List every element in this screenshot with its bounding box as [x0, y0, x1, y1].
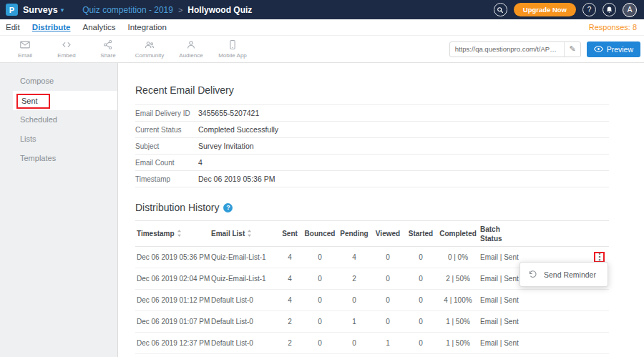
sidebar-item-templates[interactable]: Templates — [13, 149, 117, 168]
toolbar-item-embed[interactable]: Embed — [46, 39, 87, 59]
recent-email-delivery-details: Email Delivery ID 3455655-5207421 Curren… — [135, 104, 609, 187]
cell-timestamp: Dec 06 2019 01:12 PM — [135, 290, 210, 311]
cell-pending: 0 — [337, 333, 371, 354]
toolbar-item-label: Mobile App — [218, 52, 247, 59]
column-header-timestamp[interactable]: Timestamp — [135, 221, 210, 247]
cell-batch-status: Email | Sent — [479, 290, 536, 311]
email-icon — [19, 39, 31, 50]
table-row[interactable]: Dec 06 2019 01:12 PM Default List-0 4 0 … — [135, 290, 609, 311]
chevron-down-icon[interactable]: ▾ — [61, 6, 64, 14]
community-icon — [144, 39, 155, 50]
cell-pending: 1 — [337, 311, 371, 333]
embed-code-icon — [61, 39, 72, 50]
tab-integration[interactable]: Integration — [128, 23, 167, 31]
audience-icon — [185, 39, 197, 50]
tab-analytics[interactable]: Analytics — [83, 23, 116, 31]
topbar: P Surveys ▾ Quiz competition - 2019 > Ho… — [0, 0, 644, 19]
annotation-red-box: Sent — [16, 94, 50, 109]
table-header-row: Timestamp Email List Sent Bounced Pendin… — [135, 221, 609, 247]
toolbar-item-share[interactable]: Share — [87, 39, 129, 59]
tab-edit[interactable]: Edit — [6, 23, 20, 31]
sidebar-item-label: Lists — [20, 135, 36, 143]
sidebar-item-label: Compose — [20, 77, 54, 85]
cell-timestamp: Dec 06 2019 05:36 PM — [135, 247, 210, 268]
cell-bounced: 0 — [303, 268, 337, 290]
responses-count[interactable]: Responses: 8 — [589, 23, 637, 31]
sort-icon — [177, 230, 182, 237]
cell-bounced: 0 — [303, 333, 337, 354]
detail-value: Completed Successfully — [198, 125, 278, 134]
cell-started: 0 — [404, 333, 437, 354]
cell-actions — [536, 290, 609, 311]
row-context-menu[interactable]: Send Reminder — [519, 262, 608, 287]
cell-bounced: 0 — [303, 290, 337, 311]
toolbar-item-label: Audience — [179, 52, 203, 59]
toolbar-item-audience[interactable]: Audience — [170, 39, 212, 59]
cell-sent: 4 — [277, 247, 303, 268]
toolbar-item-mobile-app[interactable]: Mobile App — [212, 39, 253, 59]
cell-batch-status: Email | Sent — [479, 311, 536, 333]
detail-row: Email Count 4 — [135, 155, 609, 171]
cell-started: 0 — [404, 247, 437, 268]
column-header-email-list[interactable]: Email List — [210, 221, 277, 247]
detail-row: Current Status Completed Successfully — [135, 122, 609, 138]
surveys-menu[interactable]: Surveys — [23, 5, 58, 15]
cell-viewed: 0 — [371, 268, 404, 290]
eye-icon — [594, 45, 603, 53]
detail-value: Dec 06 2019 05:36 PM — [198, 175, 275, 183]
main-panel: Recent Email Delivery Email Delivery ID … — [117, 63, 644, 357]
cell-email-list: Default List-0 — [210, 333, 277, 354]
column-header-completed: Completed — [437, 221, 479, 247]
breadcrumb-parent[interactable]: Quiz competition - 2019 — [82, 5, 173, 15]
detail-value: 4 — [198, 158, 203, 167]
avatar[interactable]: A — [623, 3, 637, 17]
cell-actions — [536, 311, 609, 333]
detail-label: Subject — [135, 142, 198, 150]
sidebar-item-label: Templates — [20, 154, 56, 162]
distribution-history-table: Timestamp Email List Sent Bounced Pendin… — [135, 220, 609, 354]
preview-button[interactable]: Preview — [587, 41, 640, 57]
table-row[interactable]: Dec 06 2019 12:37 PM Default List-0 2 0 … — [135, 333, 609, 354]
distribution-history-header: Distribution History ? — [135, 202, 644, 213]
share-icon — [102, 39, 114, 50]
cell-sent: 4 — [277, 290, 303, 311]
send-reminder-menu-item[interactable]: Send Reminder — [544, 270, 596, 279]
column-header-batch-status: Batch Status — [479, 221, 536, 247]
column-header-pending: Pending — [337, 221, 371, 247]
sidebar-item-scheduled[interactable]: Scheduled — [13, 110, 117, 129]
help-icon[interactable]: ? — [582, 3, 596, 16]
breadcrumb: Quiz competition - 2019 > Hollywood Quiz — [82, 5, 252, 15]
search-icon[interactable] — [494, 3, 507, 16]
detail-row: Subject Survey Invitation — [135, 138, 609, 155]
cell-timestamp: Dec 06 2019 02:04 PM — [135, 268, 210, 290]
column-header-actions — [536, 221, 609, 247]
sidebar-item-label: Sent — [21, 97, 38, 105]
cell-pending: 0 — [337, 290, 371, 311]
distribution-history-title: Distribution History — [135, 202, 219, 213]
distribute-sidebar: Compose Sent Scheduled Lists Templates — [13, 72, 117, 168]
cell-email-list: Default List-0 — [210, 311, 277, 333]
toolbar-item-community[interactable]: Community — [129, 39, 170, 59]
cell-completed: 1 | 50% — [437, 311, 479, 333]
cell-sent: 2 — [277, 333, 303, 354]
column-header-started: Started — [404, 221, 437, 247]
table-row[interactable]: Dec 06 2019 01:07 PM Default List-0 2 0 … — [135, 311, 609, 333]
survey-url-text[interactable]: https://qa.questionpro.com/t/APNrFZf2 — [450, 45, 565, 53]
mobile-app-icon — [227, 39, 238, 50]
sidebar-item-lists[interactable]: Lists — [13, 129, 117, 149]
row-menu-kebab-icon[interactable] — [594, 252, 605, 263]
cell-viewed: 0 — [371, 247, 404, 268]
notifications-bell-icon[interactable] — [602, 3, 616, 16]
toolbar-item-email[interactable]: Email — [4, 39, 46, 59]
edit-url-pencil-icon[interactable]: ✎ — [564, 42, 580, 57]
detail-value: Survey Invitation — [198, 142, 254, 150]
survey-url-field[interactable]: https://qa.questionpro.com/t/APNrFZf2 ✎ — [449, 41, 581, 57]
logo-letter: P — [9, 6, 14, 14]
tab-distribute[interactable]: Distribute — [32, 23, 71, 31]
cell-viewed: 0 — [371, 311, 404, 333]
cell-viewed: 1 — [371, 333, 404, 354]
upgrade-now-button[interactable]: Upgrade Now — [514, 3, 576, 16]
sidebar-item-sent[interactable]: Sent — [13, 91, 117, 110]
sidebar-item-compose[interactable]: Compose — [13, 72, 117, 91]
help-question-icon[interactable]: ? — [223, 203, 233, 212]
